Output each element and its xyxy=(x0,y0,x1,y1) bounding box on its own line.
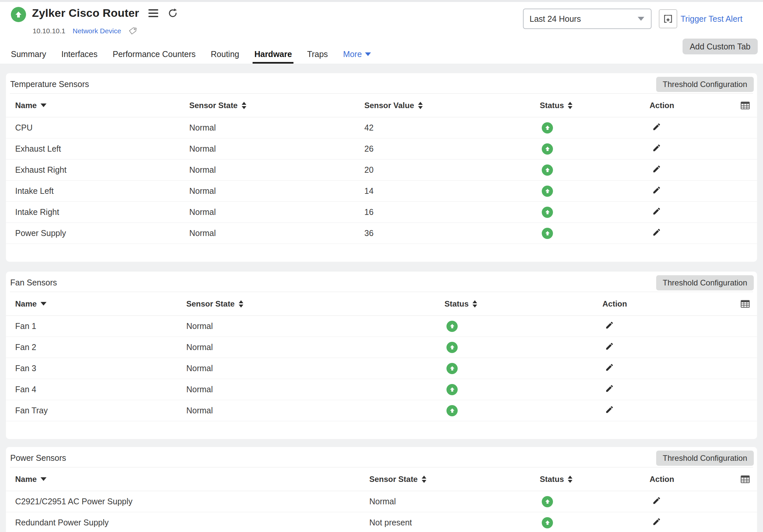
column-label: Status xyxy=(445,299,469,308)
threshold-configuration-button[interactable]: Threshold Configuration xyxy=(656,275,754,290)
table-row: Intake LeftNormal14 xyxy=(6,181,757,202)
column-header-status[interactable]: Status xyxy=(540,475,650,484)
column-header-name[interactable]: Name xyxy=(15,475,369,484)
fan-name-cell: Fan Tray xyxy=(15,406,186,415)
sort-icon xyxy=(568,102,572,109)
status-up-icon xyxy=(542,207,553,218)
add-custom-tab-button[interactable]: Add Custom Tab xyxy=(683,39,758,54)
status-cell xyxy=(540,143,650,155)
column-header-sensor-state[interactable]: Sensor State xyxy=(186,299,445,308)
column-label: Status xyxy=(540,475,564,484)
temperature-state-cell: Normal xyxy=(189,165,364,175)
sensor-table-power: NameSensor StateStatusActionC2921/C2951 … xyxy=(6,468,757,532)
section-title: Temperature Sensors xyxy=(10,79,89,89)
edit-icon[interactable] xyxy=(652,207,661,216)
sort-up-arrow xyxy=(422,476,426,479)
edit-icon[interactable] xyxy=(605,363,614,372)
tab-traps[interactable]: Traps xyxy=(305,50,329,63)
threshold-configuration-button[interactable]: Threshold Configuration xyxy=(656,451,754,466)
action-cell xyxy=(650,164,729,175)
status-up-icon xyxy=(542,122,553,134)
table-row: Exhaust RightNormal20 xyxy=(6,160,757,181)
edit-icon[interactable] xyxy=(652,517,661,526)
capture-icon-button[interactable] xyxy=(659,9,677,28)
power-state-cell: Not present xyxy=(369,518,540,527)
column-header-status[interactable]: Status xyxy=(445,299,602,308)
sort-up-arrow xyxy=(239,300,243,303)
tab-label: Hardware xyxy=(254,50,292,59)
edit-icon[interactable] xyxy=(605,405,614,414)
sort-up-arrow xyxy=(568,102,572,105)
edit-icon[interactable] xyxy=(652,122,661,131)
tag-icon[interactable] xyxy=(128,26,137,35)
column-header-sensor-state[interactable]: Sensor State xyxy=(189,101,364,110)
column-header-name[interactable]: Name xyxy=(15,299,186,308)
section-head-power: Power SensorsThreshold Configuration xyxy=(6,447,757,467)
column-header-sensor-state[interactable]: Sensor State xyxy=(369,475,540,484)
action-cell xyxy=(602,363,729,374)
temperature-name-cell: Exhaust Right xyxy=(15,165,189,175)
tab-routing[interactable]: Routing xyxy=(209,50,241,63)
column-label: Sensor State xyxy=(369,475,418,484)
tab-performance-counters[interactable]: Performance Counters xyxy=(111,50,197,63)
status-up-icon xyxy=(542,164,553,176)
sort-icon xyxy=(418,102,423,109)
table-header-row: NameSensor StateStatusAction xyxy=(6,292,757,316)
edit-icon[interactable] xyxy=(605,321,614,330)
time-range-select[interactable]: Last 24 Hours xyxy=(523,9,652,29)
header-controls: Last 24 Hours Trigger Test Alert xyxy=(523,9,742,29)
section-title: Fan Sensors xyxy=(10,278,57,287)
column-chooser-icon[interactable] xyxy=(741,102,750,109)
tab-interfaces[interactable]: Interfaces xyxy=(60,50,99,63)
edit-icon[interactable] xyxy=(652,228,661,237)
column-label: Name xyxy=(15,101,37,110)
tab-summary[interactable]: Summary xyxy=(9,50,48,63)
sort-icon xyxy=(473,300,477,307)
status-up-icon xyxy=(542,143,553,155)
fan-state-cell: Normal xyxy=(186,406,445,415)
power-state-cell: Normal xyxy=(369,497,540,506)
table-row: Fan 2Normal xyxy=(6,337,757,358)
sort-down-arrow xyxy=(422,480,426,483)
edit-icon[interactable] xyxy=(605,342,614,351)
status-cell xyxy=(540,517,650,528)
temperature-value-cell: 42 xyxy=(364,123,540,133)
edit-icon[interactable] xyxy=(605,384,614,393)
table-row: Exhaust LeftNormal26 xyxy=(6,139,757,160)
device-category-link[interactable]: Network Device xyxy=(72,27,121,35)
refresh-icon[interactable] xyxy=(167,8,179,19)
tab-more[interactable]: More xyxy=(341,50,373,63)
temperature-state-cell: Normal xyxy=(189,228,364,238)
edit-icon[interactable] xyxy=(652,164,661,173)
menu-icon[interactable] xyxy=(148,9,158,17)
sort-desc-icon xyxy=(41,103,47,107)
status-cell xyxy=(445,342,602,353)
title-row: Zylker Cisco Router xyxy=(32,7,179,20)
column-chooser-icon[interactable] xyxy=(741,475,750,483)
column-chooser-icon[interactable] xyxy=(741,300,750,308)
sort-down-arrow xyxy=(242,106,246,109)
sort-up-arrow xyxy=(568,476,572,479)
fan-state-cell: Normal xyxy=(186,364,445,373)
status-cell xyxy=(445,321,602,332)
edit-icon[interactable] xyxy=(652,185,661,194)
tab-hardware[interactable]: Hardware xyxy=(253,50,293,63)
column-header-status[interactable]: Status xyxy=(540,101,650,110)
edit-icon[interactable] xyxy=(652,143,661,152)
fan-state-cell: Normal xyxy=(186,321,445,331)
column-label: Name xyxy=(15,299,37,308)
device-status-up-icon xyxy=(11,7,26,22)
column-header-action: Action xyxy=(650,101,729,110)
column-header-name[interactable]: Name xyxy=(15,101,189,110)
section-head-fan: Fan SensorsThreshold Configuration xyxy=(6,271,757,292)
threshold-configuration-button[interactable]: Threshold Configuration xyxy=(656,77,754,92)
edit-icon[interactable] xyxy=(652,496,661,505)
trigger-test-alert-link[interactable]: Trigger Test Alert xyxy=(681,14,742,24)
temperature-state-cell: Normal xyxy=(189,186,364,196)
status-up-icon xyxy=(542,185,553,197)
status-cell xyxy=(445,405,602,416)
column-header-sensor-value[interactable]: Sensor Value xyxy=(364,101,540,110)
section-card-temperature: Temperature SensorsThreshold Configurati… xyxy=(6,73,757,262)
section-card-power: Power SensorsThreshold ConfigurationName… xyxy=(6,447,757,532)
column-label: Action xyxy=(650,475,674,484)
